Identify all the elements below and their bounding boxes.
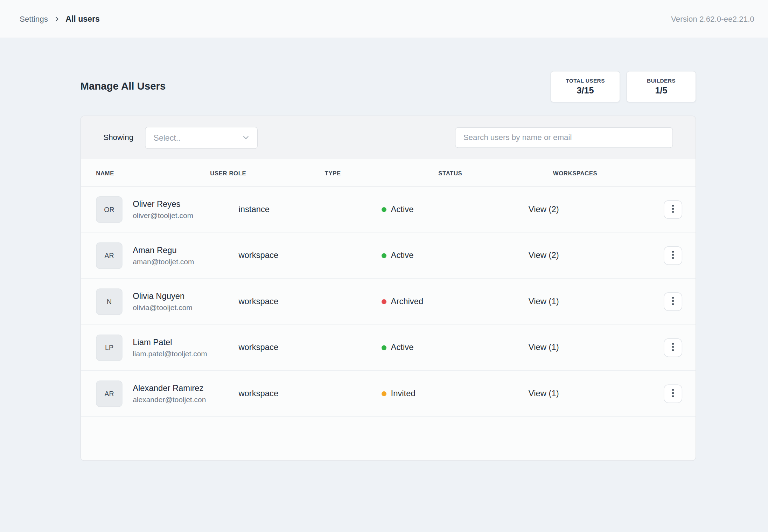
app: Settings All users Version 2.62.0-ee2.21… xyxy=(0,0,768,532)
avatar-initials: LP xyxy=(105,344,113,351)
user-status: Active xyxy=(382,251,413,260)
avatar: N xyxy=(96,288,123,315)
user-status: Invited xyxy=(382,388,416,398)
column-header-user-role: USER ROLE xyxy=(210,170,246,177)
stat-card-total-users: TOTAL USERS 3/15 xyxy=(551,71,620,103)
status-dot xyxy=(382,391,386,396)
user-status: Active xyxy=(382,204,413,214)
avatar-initials: AR xyxy=(104,390,114,398)
page-title: Manage All Users xyxy=(80,80,166,92)
table-body: OR Oliver Reyes oliver@tooljet.com insta… xyxy=(81,187,696,417)
user-role: workspace xyxy=(238,388,278,398)
stat-card-builders: BUILDERS 1/5 xyxy=(627,71,696,103)
user-email: liam.patel@tooljet.com xyxy=(133,349,207,358)
table-row: AR Aman Regu aman@tooljet.com workspace … xyxy=(81,233,696,279)
filter-bar: Showing Select.. xyxy=(81,116,696,159)
stat-value: 1/5 xyxy=(655,85,667,96)
status-text: Active xyxy=(391,343,414,352)
user-name: Oliver Reyes xyxy=(133,199,193,209)
column-header-status: STATUS xyxy=(438,170,462,177)
user-name: Liam Patel xyxy=(133,337,207,347)
breadcrumb: Settings All users xyxy=(20,14,100,24)
breadcrumb-settings[interactable]: Settings xyxy=(20,14,48,23)
status-text: Archived xyxy=(391,296,424,306)
avatar-initials: OR xyxy=(104,206,114,214)
user-name: Alexander Ramirez xyxy=(133,384,206,393)
user-name: Aman Regu xyxy=(133,245,194,255)
stat-label: BUILDERS xyxy=(647,78,676,84)
kebab-icon xyxy=(672,343,674,352)
table-row: N Olivia Nguyen olivia@tooljet.com works… xyxy=(81,279,696,325)
row-actions-button[interactable] xyxy=(664,200,682,219)
kebab-icon xyxy=(672,296,674,306)
status-dot xyxy=(382,299,386,304)
status-dot xyxy=(382,253,386,258)
select-value: Select.. xyxy=(153,133,180,142)
user-role: workspace xyxy=(238,251,278,260)
user-email: aman@tooljet.com xyxy=(133,257,194,266)
user-info: Liam Patel liam.patel@tooljet.com xyxy=(133,337,207,357)
chevron-right-icon xyxy=(53,15,60,22)
table-header: NAME USER ROLE TYPE STATUS WORKSPACES xyxy=(81,159,696,187)
user-status: Archived xyxy=(382,296,423,306)
row-actions-button[interactable] xyxy=(664,292,682,311)
column-header-name: NAME xyxy=(96,170,114,177)
row-actions-button[interactable] xyxy=(664,338,682,357)
status-dot xyxy=(382,207,386,212)
kebab-icon xyxy=(672,388,674,398)
topbar: Settings All users Version 2.62.0-ee2.21… xyxy=(0,0,768,38)
user-info: Olivia Nguyen olivia@tooljet.com xyxy=(133,292,193,312)
avatar: AR xyxy=(96,380,123,407)
chevron-down-icon xyxy=(242,133,250,142)
users-panel: Showing Select.. NAME USER ROLE TYPE STA… xyxy=(80,115,696,461)
user-email: oliver@tooljet.com xyxy=(133,211,193,219)
avatar: OR xyxy=(96,196,123,223)
users-table: NAME USER ROLE TYPE STATUS WORKSPACES OR… xyxy=(81,159,696,461)
user-status: Active xyxy=(382,343,413,352)
column-header-workspaces: WORKSPACES xyxy=(553,170,598,177)
column-header-type: TYPE xyxy=(325,170,341,177)
workspaces-view-link[interactable]: View (2) xyxy=(529,251,559,260)
kebab-icon xyxy=(672,204,674,214)
user-email: alexander@tooljet.con xyxy=(133,395,206,404)
breadcrumb-all-users: All users xyxy=(65,14,100,24)
stat-label: TOTAL USERS xyxy=(566,78,605,84)
workspaces-view-link[interactable]: View (1) xyxy=(529,343,559,352)
avatar-initials: AR xyxy=(104,252,114,259)
kebab-icon xyxy=(672,251,674,260)
user-info: Oliver Reyes oliver@tooljet.com xyxy=(133,199,193,219)
status-filter-select[interactable]: Select.. xyxy=(145,127,258,149)
status-dot xyxy=(382,345,386,350)
status-text: Active xyxy=(391,251,414,260)
status-text: Invited xyxy=(391,388,416,398)
user-email: olivia@tooljet.com xyxy=(133,303,193,312)
showing-label: Showing xyxy=(103,133,133,142)
user-role: workspace xyxy=(238,296,278,306)
row-actions-button[interactable] xyxy=(664,384,682,403)
avatar: AR xyxy=(96,243,123,269)
user-role: workspace xyxy=(238,343,278,352)
table-row: LP Liam Patel liam.patel@tooljet.com wor… xyxy=(81,325,696,371)
table-row: OR Oliver Reyes oliver@tooljet.com insta… xyxy=(81,187,696,233)
version-label: Version 2.62.0-ee2.21.0 xyxy=(671,14,754,23)
row-actions-button[interactable] xyxy=(664,246,682,265)
workspaces-view-link[interactable]: View (2) xyxy=(529,204,559,214)
avatar: LP xyxy=(96,335,123,361)
user-name: Olivia Nguyen xyxy=(133,292,193,301)
user-info: Aman Regu aman@tooljet.com xyxy=(133,245,194,265)
user-role: instance xyxy=(238,204,270,214)
workspaces-view-link[interactable]: View (1) xyxy=(529,388,559,398)
search-input[interactable] xyxy=(455,127,673,148)
workspaces-view-link[interactable]: View (1) xyxy=(529,296,559,306)
status-text: Active xyxy=(391,204,414,214)
table-row: AR Alexander Ramirez alexander@tooljet.c… xyxy=(81,371,696,417)
stat-value: 3/15 xyxy=(577,85,594,96)
stats: TOTAL USERS 3/15 BUILDERS 1/5 xyxy=(551,71,696,103)
user-info: Alexander Ramirez alexander@tooljet.con xyxy=(133,384,206,404)
avatar-initials: N xyxy=(107,298,112,306)
